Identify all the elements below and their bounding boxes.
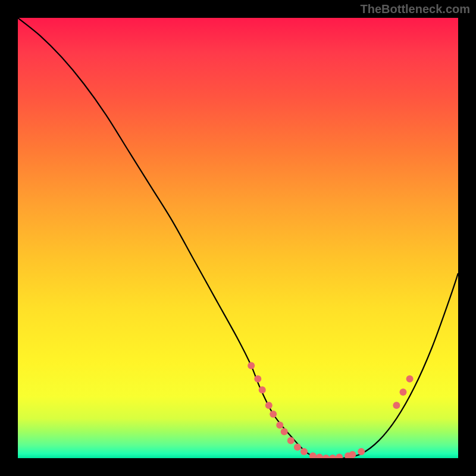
chart-svg (18, 18, 458, 458)
data-point (400, 389, 407, 396)
data-point (393, 402, 400, 409)
data-point (287, 437, 295, 444)
data-point (270, 411, 277, 418)
data-point (248, 362, 255, 369)
plot-area (18, 18, 458, 458)
data-point (322, 455, 330, 458)
data-point (281, 428, 288, 436)
bottleneck-curve (18, 18, 458, 458)
data-points (248, 362, 413, 458)
data-point (300, 448, 308, 455)
data-point (316, 454, 323, 458)
data-point (406, 375, 414, 383)
data-point (276, 422, 283, 429)
data-point (259, 386, 266, 393)
data-point (329, 455, 336, 458)
data-point (294, 444, 301, 451)
watermark-text: TheBottleneck.com (361, 2, 470, 16)
data-point (336, 454, 343, 458)
data-point (254, 375, 261, 383)
data-point (358, 448, 365, 455)
data-point (349, 451, 356, 458)
data-point (309, 452, 317, 458)
data-point (265, 402, 273, 409)
